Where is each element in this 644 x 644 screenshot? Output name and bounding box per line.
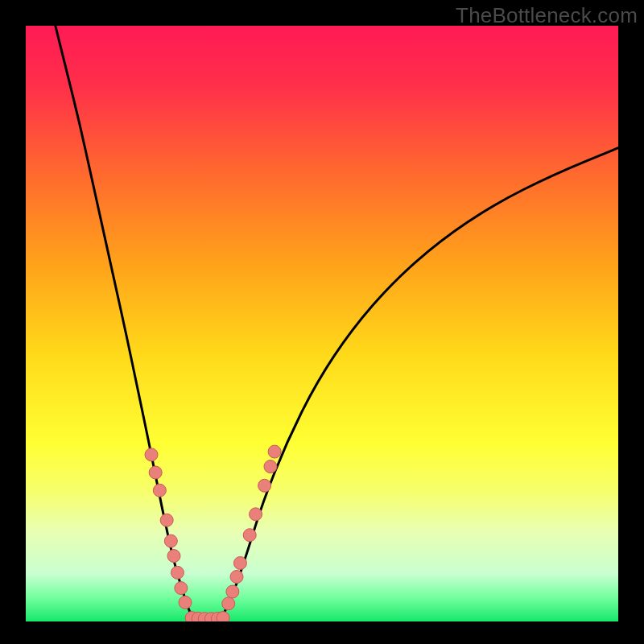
data-marker xyxy=(233,556,246,569)
gradient-background xyxy=(26,26,618,621)
data-marker xyxy=(258,479,271,492)
chart-frame: TheBottleneck.com xyxy=(0,0,644,644)
data-marker xyxy=(264,460,277,473)
data-marker xyxy=(243,529,256,542)
plot-area xyxy=(26,26,618,621)
data-marker xyxy=(167,550,180,563)
data-marker xyxy=(226,585,239,598)
data-marker xyxy=(160,514,173,526)
data-marker xyxy=(171,566,184,579)
data-marker xyxy=(268,445,281,458)
data-marker xyxy=(222,597,235,610)
data-marker xyxy=(217,612,229,621)
bottleneck-curve-chart xyxy=(26,26,618,621)
data-marker xyxy=(179,596,192,609)
data-marker xyxy=(145,448,158,461)
data-marker xyxy=(250,508,262,521)
data-marker xyxy=(149,466,162,479)
data-marker xyxy=(164,535,177,547)
watermark-text: TheBottleneck.com xyxy=(456,3,638,28)
data-marker xyxy=(230,571,243,584)
data-marker xyxy=(175,582,188,595)
data-marker xyxy=(153,484,166,497)
